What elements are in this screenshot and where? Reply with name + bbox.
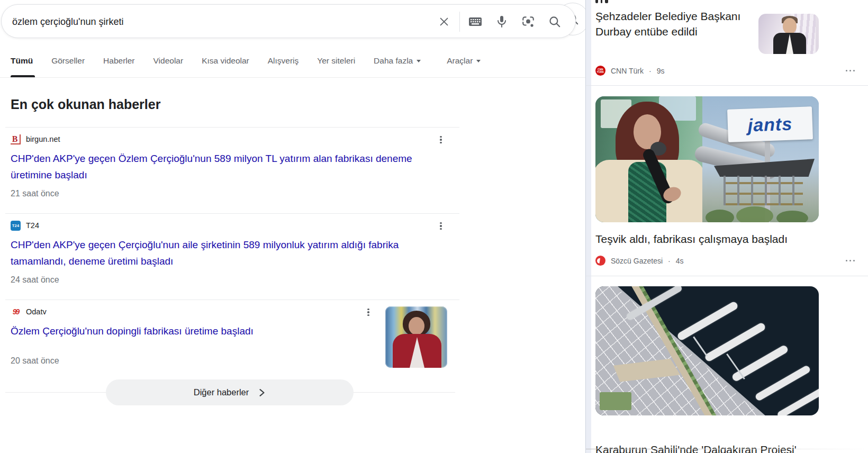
tab-araclar[interactable]: Araçlar xyxy=(447,56,481,66)
clipped-text-fragment xyxy=(595,0,608,3)
news-feed-panel: Şehzadeler Belediye Başkanı Durbay entüb… xyxy=(585,0,868,453)
t24-favicon: T24 xyxy=(11,221,21,231)
result-tabs: Tümü Görseller Haberler Videolar Kısa vi… xyxy=(11,56,481,66)
feed-card-title[interactable]: Karaburun Sahili'nde 'Dalgakıran Projesi… xyxy=(595,442,828,453)
clipped-bottom-edge xyxy=(586,449,868,449)
tab-kisa-videolar[interactable]: Kısa videolar xyxy=(202,56,249,66)
feed-card-image[interactable]: jants xyxy=(595,96,819,222)
search-input[interactable]: özlem çerçioğlu'nun şirketi xyxy=(12,5,124,39)
sozcu-favicon xyxy=(595,256,605,266)
divider xyxy=(5,213,459,214)
more-options-icon[interactable] xyxy=(846,70,855,72)
microphone-icon xyxy=(495,15,508,29)
more-options-icon[interactable] xyxy=(436,220,446,232)
source-name: Sözcü Gazetesi xyxy=(611,257,663,265)
cnn-turk-favicon: CNNTÜRK xyxy=(595,66,605,76)
timestamp: 4s xyxy=(676,257,684,265)
divider xyxy=(586,276,868,276)
screenshot-stage: özlem çerçioğlu'nun şirketi xyxy=(0,0,868,453)
news-timestamp: 20 saat önce xyxy=(11,356,360,366)
chevron-down-icon xyxy=(417,60,421,62)
search-icon xyxy=(548,15,562,29)
factory-sign-text: jants xyxy=(747,113,793,135)
google-lens-icon xyxy=(521,15,535,29)
divider xyxy=(5,300,459,300)
source-name: birgun.net xyxy=(26,135,60,143)
source-name: Odatv xyxy=(26,307,47,316)
source-name: T24 xyxy=(26,221,39,230)
news-result: 99 Odatv Özlem Çerçioğlu'nun dopingli fa… xyxy=(11,306,360,366)
virtual-keyboard-button[interactable] xyxy=(462,5,489,39)
lens-search-button[interactable] xyxy=(515,5,541,39)
panel-edge-strip xyxy=(586,0,591,453)
news-result-link[interactable]: CHP'den AKP'ye geçen Özlem Çerçioğlu'nun… xyxy=(11,150,440,183)
feed-card-source-row: Sözcü Gazetesi · 4s xyxy=(595,256,859,266)
tab-gorseller[interactable]: Görseller xyxy=(51,56,85,66)
news-timestamp: 21 saat önce xyxy=(11,189,440,198)
tab-yer-siteleri[interactable]: Yer siteleri xyxy=(317,56,355,66)
news-result-link[interactable]: Özlem Çerçioğlu'nun dopingli fabrikası ü… xyxy=(11,323,360,339)
divider xyxy=(586,85,868,86)
timestamp: 9s xyxy=(657,67,665,75)
news-thumbnail[interactable] xyxy=(385,306,447,368)
chevron-down-icon xyxy=(476,60,481,62)
dot-separator: · xyxy=(668,257,671,265)
dot-separator: · xyxy=(649,67,652,75)
news-result: T24 T24 CHP'den AKP'ye geçen Çerçioğlu'n… xyxy=(11,220,440,285)
photo-factory: jants xyxy=(702,96,819,222)
news-result: B birgun.net CHP'den AKP'ye geçen Özlem … xyxy=(11,134,440,198)
voice-search-button[interactable] xyxy=(489,5,515,39)
search-bar-divider xyxy=(459,12,460,32)
search-submit-button[interactable] xyxy=(541,5,568,39)
more-news-button[interactable]: Diğer haberler xyxy=(106,379,354,405)
keyboard-icon xyxy=(468,16,482,28)
divider xyxy=(5,127,459,128)
section-heading: En çok okunan haberler xyxy=(11,97,160,112)
search-bar[interactable]: özlem çerçioğlu'nun şirketi xyxy=(1,4,576,38)
feed-card-title[interactable]: Teşvik aldı, fabrikası çalışmaya başladı xyxy=(595,231,818,247)
tabs-divider xyxy=(0,77,585,78)
tab-haberler[interactable]: Haberler xyxy=(103,56,134,66)
feed-card-source-row: CNNTÜRK CNN Türk · 9s xyxy=(595,66,859,76)
more-options-icon[interactable] xyxy=(436,133,446,146)
tab-videolar[interactable]: Videolar xyxy=(153,56,184,66)
more-options-icon[interactable] xyxy=(363,306,374,319)
news-result-link[interactable]: CHP'den AKP'ye geçen Çerçioğlu'nun aile … xyxy=(11,237,440,269)
close-icon xyxy=(438,16,450,28)
tab-alisveris[interactable]: Alışveriş xyxy=(268,56,299,66)
tab-daha-fazla[interactable]: Daha fazla xyxy=(374,56,421,66)
source-name: CNN Türk xyxy=(611,67,644,75)
feed-card-thumbnail[interactable] xyxy=(758,14,819,54)
feed-card-title[interactable]: Şehzadeler Belediye Başkanı Durbay entüb… xyxy=(595,8,754,39)
birgun-favicon: B xyxy=(11,134,21,144)
more-options-icon[interactable] xyxy=(846,260,855,262)
tab-tumu[interactable]: Tümü xyxy=(11,56,33,66)
photo-woman-speaking xyxy=(595,96,702,222)
chevron-right-icon xyxy=(258,389,266,396)
odatv-favicon: 99 xyxy=(11,307,21,317)
feed-card-image[interactable] xyxy=(595,286,819,415)
clear-search-button[interactable] xyxy=(431,5,457,39)
news-timestamp: 24 saat önce xyxy=(11,275,440,285)
